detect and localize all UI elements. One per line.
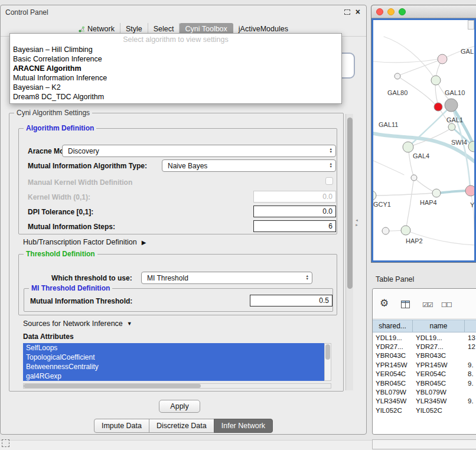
table-cell: YBL079W <box>413 389 465 396</box>
attributes-vertical-scrollbar[interactable] <box>324 343 331 381</box>
table-rows: YDL19...YDL19...13YDR27...YDR27...12YBR0… <box>373 333 476 434</box>
node-mid[interactable] <box>411 175 417 181</box>
table-cell: YLR345W <box>373 397 413 405</box>
table-row[interactable]: YIL052CYIL052C <box>373 406 476 415</box>
node-label-gcy1: GCY1 <box>373 201 391 208</box>
attribute-item-topologicalcoefficient[interactable]: TopologicalCoefficient <box>23 353 324 362</box>
algorithm-option-bayesian-hill-climbing[interactable]: Bayesian – Hill Climbing <box>10 45 341 54</box>
node-label-hap2: HAP2 <box>406 237 423 244</box>
mi-threshold-input[interactable]: 0.5 <box>250 295 332 306</box>
which-threshold-select[interactable]: MI Threshold ▲▼ <box>141 272 312 284</box>
attribute-item-gal4rgexp[interactable]: gal4RGexp <box>23 371 324 381</box>
tab-label: Style <box>126 25 142 33</box>
table-horizontal-scrollbar[interactable] <box>372 439 476 449</box>
algorithm-option-dream8-dc-tdc-algorithm[interactable]: Dream8 DC_TDC Algorithm <box>10 92 341 102</box>
table-row[interactable]: YER054CYER054C8. <box>373 370 476 379</box>
node-label-gal10: GAL10 <box>445 89 465 96</box>
table-row[interactable]: YBR043CYBR043C <box>373 351 476 360</box>
node-gal4[interactable] <box>403 142 413 152</box>
close-icon[interactable]: × <box>356 8 360 15</box>
columns-icon[interactable] <box>401 301 410 310</box>
network-window-titlebar[interactable] <box>371 5 476 18</box>
bottom-tab-discretize-data[interactable]: Discretize Data <box>149 419 214 433</box>
node-label-gal11: GAL11 <box>379 121 398 128</box>
dpi-tolerance-label: DPI Tolerance [0,1]: <box>28 208 93 216</box>
table-row[interactable]: YBR045CYBR045C9. <box>373 379 476 387</box>
panel-splitter-handle[interactable]: ◂▸ <box>354 216 360 230</box>
zoom-traffic-light-icon[interactable] <box>399 8 406 15</box>
algorithm-option-basic-correlation-inference[interactable]: Basic Correlation Inference <box>10 54 341 64</box>
algorithm-definition-group: Algorithm Definition Aracne Mode: Discov… <box>18 128 337 234</box>
bottom-tab-infer-network[interactable]: Infer Network <box>214 419 273 433</box>
which-threshold-value: MI Threshold <box>147 274 188 282</box>
table-row[interactable]: YPR145WYPR145W9. <box>373 360 476 369</box>
mi-steps-input[interactable]: 6 <box>253 220 336 232</box>
node-pink-right[interactable] <box>465 185 474 196</box>
node-red[interactable] <box>434 103 442 111</box>
node-green-top[interactable] <box>431 76 441 85</box>
gear-icon[interactable]: ⚙ <box>380 298 389 308</box>
sources-label: Sources for Network Inference <box>23 319 123 328</box>
data-attributes-label: Data Attributes <box>23 332 74 341</box>
mi-threshold-group-title: MI Threshold Definition <box>29 284 112 292</box>
select-all-icon[interactable]: ☑☑ <box>422 301 433 309</box>
node-gcy1[interactable] <box>373 191 376 200</box>
node-hap4[interactable] <box>432 189 441 197</box>
kernel-width-input[interactable]: 0.0 <box>253 191 336 203</box>
table-row[interactable]: YDL19...YDL19...13 <box>373 333 476 342</box>
mi-threshold-label: Mutual Information Threshold: <box>30 297 132 305</box>
table-cell: 13 <box>465 334 476 341</box>
table-cell: YBR043C <box>373 352 413 359</box>
node-label-y: Y <box>470 201 474 208</box>
manual-kernel-checkbox[interactable] <box>325 177 333 185</box>
apply-button[interactable]: Apply <box>159 400 200 413</box>
node-gal1[interactable] <box>448 123 455 131</box>
mi-type-value: Naive Bayes <box>168 162 207 170</box>
table-column-header[interactable]: shared... <box>373 320 413 332</box>
close-traffic-light-icon[interactable] <box>376 8 383 15</box>
node-bottom-left[interactable] <box>382 227 389 234</box>
node-small-left[interactable] <box>395 73 400 79</box>
minimized-panel-icon[interactable] <box>2 439 9 447</box>
node-gal10[interactable] <box>445 99 458 112</box>
network-canvas-frame: GALGAL80GAL10GAL11GAL1SWI4GAL4GCY1HAP4YH… <box>371 18 476 262</box>
hub-definition-toggle[interactable]: Hub/Transcription Factor Definition ▶ <box>23 238 146 246</box>
control-panel-titlebar[interactable]: Control Panel × <box>1 5 366 19</box>
combo-arrows-icon: ▲▼ <box>330 148 332 154</box>
window-title: Control Panel <box>5 8 48 17</box>
table-row[interactable]: YLR345WYLR345W9. <box>373 397 476 406</box>
settings-scrollbar[interactable] <box>345 114 353 390</box>
scrollbar-thumb[interactable] <box>325 344 330 360</box>
table-row[interactable]: YBL079WYBL079W <box>373 387 476 396</box>
bottom-tab-impute-data[interactable]: Impute Data <box>94 419 149 433</box>
node-hap2[interactable] <box>401 226 410 235</box>
table-column-header[interactable]: name <box>413 320 465 332</box>
dpi-tolerance-input[interactable]: 0.0 <box>253 206 336 217</box>
node-label-swi4: SWI4 <box>451 139 467 146</box>
algorithm-option-aracne-algorithm[interactable]: ARACNE Algorithm <box>10 64 341 73</box>
window-controls: × <box>344 8 360 15</box>
table-cell: 9. <box>465 397 476 405</box>
table-cell: YIL052C <box>373 407 413 414</box>
minimize-traffic-light-icon[interactable] <box>387 8 395 15</box>
float-window-icon[interactable] <box>344 9 350 15</box>
sources-toggle[interactable]: Sources for Network Inference ▼ <box>23 319 132 328</box>
table-cell: 8. <box>465 370 476 377</box>
node-pink-top[interactable] <box>438 54 447 64</box>
mi-type-select[interactable]: Naive Bayes ▲▼ <box>162 159 336 172</box>
algorithm-option-bayesian-k2[interactable]: Bayesian – K2 <box>10 83 341 92</box>
table-row[interactable]: YDR27...YDR27...12 <box>373 342 476 351</box>
algorithm-option-mutual-information-inference[interactable]: Mutual Information Inference <box>10 73 341 83</box>
scrollbar-thumb[interactable] <box>347 118 353 289</box>
deselect-all-icon[interactable]: ☐☐ <box>441 301 452 309</box>
attribute-item-betweennesscentrality[interactable]: BetweennessCentrality <box>23 362 324 371</box>
attributes-horizontal-scrollbar[interactable] <box>23 383 331 389</box>
manual-kernel-label: Manual Kernel Width Definition <box>28 178 132 187</box>
table-cell: YDR27... <box>413 343 465 350</box>
attribute-item-selfloops[interactable]: SelfLoops <box>23 343 324 353</box>
scrollbar-thumb[interactable] <box>24 384 201 388</box>
network-canvas[interactable]: GALGAL80GAL10GAL11GAL1SWI4GAL4GCY1HAP4YH… <box>373 20 474 260</box>
network-vertical-scrollbar[interactable] <box>468 20 474 30</box>
table-column-header[interactable] <box>465 320 476 332</box>
aracne-mode-select[interactable]: Discovery ▲▼ <box>62 145 336 157</box>
